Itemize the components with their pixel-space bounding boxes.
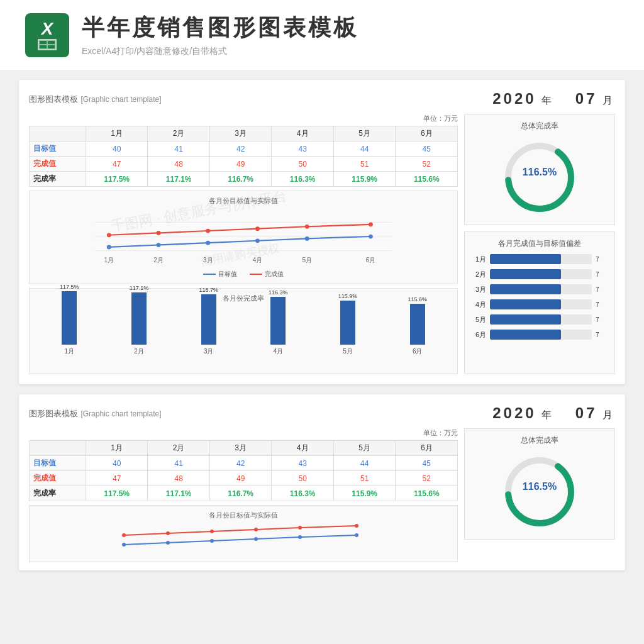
bar-bottom-m4: 4月 [274, 347, 284, 356]
svg-point-32 [210, 530, 214, 533]
gauge-svg-1: 116.5% [499, 136, 580, 218]
svg-point-12 [255, 226, 260, 231]
svg-point-3 [107, 245, 111, 250]
hbar-track-m5 [490, 314, 592, 325]
gauge-title-1: 总体完成率 [471, 121, 608, 131]
bar-bottom-m6: 6月 [413, 347, 423, 356]
bar-rect-m6 [410, 304, 425, 345]
bar-group-m6: 115.6% 6月 [382, 296, 452, 356]
bar-group-m3: 116.7% 3月 [174, 287, 243, 356]
t2-target-m2: 41 [148, 456, 210, 471]
actual-m1: 47 [86, 157, 148, 172]
hbar-row-m2: 2月 7 [471, 269, 608, 279]
svg-point-28 [298, 535, 302, 539]
table-row-target: 目标值 40 41 42 43 44 45 [30, 142, 458, 157]
hbar-fill-m2 [490, 269, 561, 279]
bar-rect-m4 [270, 297, 286, 345]
gauge-title-2: 总体完成率 [471, 435, 608, 446]
hbar-num-m6: 7 [596, 331, 608, 338]
t2-header-m6: 6月 [396, 441, 458, 456]
hbar-label-m4: 4月 [471, 300, 486, 309]
table-header-m2: 2月 [148, 126, 210, 142]
chart-card-1: 千图网 · 创意服务与协作平台 商用请购买授权 图形图表模板 [Graphic … [19, 80, 625, 384]
svg-text:1月: 1月 [104, 257, 114, 264]
hbar-row-m4: 4月 7 [471, 299, 608, 309]
rate-m4: 116.3% [272, 172, 334, 187]
table-row-rate: 完成率 117.5% 117.1% 116.7% 116.3% 115.9% 1… [30, 172, 458, 187]
target-label: 目标值 [30, 142, 86, 157]
card-2-right: 总体完成率 116.5% [464, 428, 615, 566]
t2-header-m1: 1月 [86, 441, 148, 456]
hbar-track-m6 [490, 330, 592, 340]
svg-point-7 [305, 236, 309, 241]
page-header: X 半年度销售图形图表模板 Excel/A4打印/内容随意修改/自带格式 [0, 0, 644, 70]
hbar-row-m1: 1月 7 [471, 254, 608, 264]
rate-m1: 117.5% [86, 172, 148, 187]
svg-text:2月: 2月 [153, 257, 164, 264]
rate-m6: 115.6% [396, 172, 458, 187]
bar-rect-m3 [201, 294, 216, 345]
bar-chart-area-1: 117.5% 1月 117.1% 2月 116.7% 3月 [35, 306, 452, 369]
svg-point-10 [157, 231, 161, 235]
actual-m2: 48 [148, 157, 210, 172]
t2-header-empty [30, 441, 86, 456]
svg-point-29 [355, 533, 358, 537]
t2-target-m1: 40 [86, 456, 148, 471]
t2-actual-m1: 47 [86, 471, 148, 486]
table-header-row: 1月 2月 3月 4月 5月 6月 [30, 126, 458, 142]
rate-m5: 115.9% [333, 172, 396, 187]
line-chart-svg-1: 1月 2月 3月 4月 5月 6月 [35, 208, 452, 265]
bar-top-m3: 116.7% [199, 287, 218, 293]
table-header-empty [30, 126, 86, 142]
t2-actual-m2: 48 [148, 471, 210, 486]
svg-point-33 [254, 528, 258, 531]
table-header-m6: 6月 [396, 126, 458, 142]
actual-label: 完成值 [30, 157, 86, 172]
table-header-m4: 4月 [272, 126, 334, 142]
t2-row-rate: 完成率 117.5% 117.1% 116.7% 116.3% 115.9% 1… [30, 486, 458, 501]
bar-top-m6: 115.6% [408, 296, 427, 303]
hbar-row-m6: 6月 7 [471, 330, 608, 340]
svg-point-35 [355, 524, 358, 528]
bar-rect-m2 [131, 292, 147, 345]
card-1-date: 2020 年 07 月 [492, 90, 615, 108]
t2-target-m6: 45 [396, 456, 458, 471]
t2-rate-m6: 115.6% [396, 486, 458, 501]
bar-bottom-m5: 5月 [343, 347, 353, 356]
t2-target-m5: 44 [333, 456, 396, 471]
bar-group-m2: 117.1% 2月 [104, 285, 174, 356]
rate-label: 完成率 [30, 172, 86, 187]
bar-group-m5: 115.9% 5月 [313, 293, 383, 356]
target-m6: 45 [396, 142, 458, 157]
hbar-panel-1: 各月完成值与目标值偏差 1月 7 2月 7 3月 [464, 231, 615, 374]
card-2-date: 2020 年 07 月 [492, 404, 615, 422]
svg-point-5 [206, 241, 210, 245]
legend-actual-line [250, 274, 262, 275]
table-header-m1: 1月 [86, 126, 148, 142]
t2-actual-m5: 51 [333, 471, 396, 486]
hbar-row-m3: 3月 7 [471, 284, 608, 294]
hbar-title-1: 各月完成值与目标值偏差 [471, 238, 608, 249]
hbar-label-m5: 5月 [471, 315, 486, 325]
actual-m5: 51 [333, 157, 396, 172]
t2-header-m2: 2月 [148, 441, 210, 456]
svg-text:3月: 3月 [203, 257, 213, 264]
t2-target-m3: 42 [209, 456, 272, 471]
hbar-label-m3: 3月 [471, 285, 486, 294]
card-2-header: 图形图表模板 [Graphic chart template] 2020 年 0… [29, 404, 615, 422]
t2-rate-m4: 116.3% [272, 486, 334, 501]
table-row-actual: 完成值 47 48 49 50 51 52 [30, 157, 458, 172]
t2-header-m4: 4月 [272, 441, 334, 456]
hbar-fill-m4 [490, 299, 561, 309]
unit-label: 单位：万元 [29, 114, 458, 123]
t2-target-label: 目标值 [30, 456, 86, 471]
card-1-title: 图形图表模板 [Graphic chart template] [29, 93, 162, 105]
hbar-track-m4 [490, 299, 592, 309]
actual-m3: 49 [209, 157, 272, 172]
svg-point-30 [122, 533, 126, 537]
gauge-svg-container-2: 116.5% [471, 451, 608, 533]
actual-m6: 52 [396, 157, 458, 172]
hbar-num-m3: 7 [596, 286, 608, 293]
data-table-1: 1月 2月 3月 4月 5月 6月 目标值 40 41 42 43 [29, 126, 458, 187]
excel-x-letter: X [42, 20, 53, 38]
